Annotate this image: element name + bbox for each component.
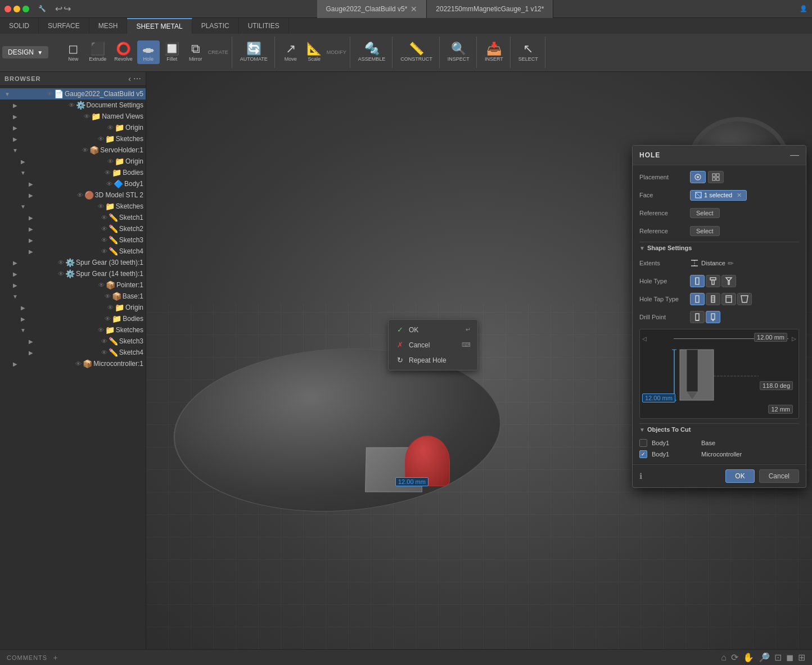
tree-eye-icon-24[interactable]: 👁 [75, 360, 82, 367]
undo-icon[interactable]: ↩ [55, 3, 62, 14]
tree-eye-icon-3[interactable]: 👁 [107, 124, 114, 131]
tree-item-12[interactable]: ▶👁✏️Sketch2 [0, 223, 146, 234]
tree-item-16[interactable]: ▶👁⚙️Spur Gear (14 teeth):1 [0, 268, 146, 279]
tree-item-24[interactable]: ▶👁📦Microcontroller:1 [0, 358, 146, 369]
tab-gauge2022[interactable]: Gauge2022_ClaatBuild v5* ✕ [317, 0, 427, 18]
placement-multi-btn[interactable] [708, 171, 724, 183]
tree-item-18[interactable]: ▼👁📦Base:1 [0, 291, 146, 302]
tree-item-6[interactable]: ▶👁📁Origin [0, 156, 146, 167]
tab-plastic[interactable]: PLASTIC [192, 18, 239, 34]
sidebar-collapse-btn[interactable]: ‹ [128, 74, 131, 83]
tab-surface[interactable]: SURFACE [39, 18, 89, 34]
tree-item-7[interactable]: ▼👁📁Bodies [0, 167, 146, 178]
tree-item-5[interactable]: ▼👁📦ServoHolder:1 [0, 144, 146, 156]
hole-btn[interactable]: 🕳Hole [137, 40, 160, 64]
min-btn[interactable] [13, 6, 20, 12]
tap-type-2-btn[interactable] [706, 293, 720, 305]
tab-utilities[interactable]: UTILITIES [239, 18, 289, 34]
tree-eye-icon-21[interactable]: 👁 [98, 327, 104, 333]
select-btn[interactable]: ↖SELECT [515, 40, 542, 64]
drill-flat-btn[interactable] [690, 311, 705, 323]
inspect-btn[interactable]: 🔍INSPECT [444, 40, 473, 64]
dialog-close-btn[interactable]: — [790, 150, 799, 160]
tree-eye-icon-13[interactable]: 👁 [101, 237, 107, 243]
shape-settings-header[interactable]: ▼ Shape Settings [639, 242, 799, 254]
reference2-select-btn[interactable]: Select [690, 226, 720, 236]
tree-item-11[interactable]: ▶👁✏️Sketch1 [0, 212, 146, 223]
tree-eye-icon-2[interactable]: 👁 [84, 113, 90, 120]
ctx-repeat-hole[interactable]: ↻ Repeat Hole [389, 352, 477, 368]
tree-item-20[interactable]: ▶👁📁Bodies [0, 313, 146, 324]
objects-checkbox-1[interactable] [639, 439, 647, 447]
revolve-btn[interactable]: ⭕Revolve [111, 40, 136, 64]
view-cube-icon[interactable]: ◼ [786, 652, 793, 663]
tab-gauge150[interactable]: 2022150mmMagneticGauge_1 v12* [427, 0, 553, 18]
placement-single-btn[interactable] [690, 171, 706, 183]
close-btn[interactable] [4, 6, 11, 12]
tree-eye-icon-18[interactable]: 👁 [105, 293, 111, 300]
design-dropdown[interactable]: DESIGN ▼ [2, 46, 53, 58]
face-clear-btn[interactable]: ✕ [737, 192, 742, 199]
face-selected-badge[interactable]: 1 selected ✕ [690, 190, 747, 201]
construct-btn[interactable]: 📏CONSTRUCT [397, 40, 436, 64]
tree-item-23[interactable]: ▶👁✏️Sketch4 [0, 347, 146, 358]
extrude-btn[interactable]: ⬛Extrude [85, 40, 110, 64]
info-icon[interactable]: ℹ [639, 472, 642, 481]
tree-item-9[interactable]: ▶👁🟤3D Model STL 2 [0, 189, 146, 201]
tab-gauge2022-close[interactable]: ✕ [410, 4, 417, 13]
drill-angled-btn[interactable] [706, 311, 720, 323]
tree-eye-icon-10[interactable]: 👁 [98, 203, 104, 210]
tree-eye-icon-14[interactable]: 👁 [101, 248, 107, 255]
fillet-btn[interactable]: 🔲Fillet [161, 40, 183, 64]
extents-edit-icon[interactable]: ✏ [728, 259, 734, 268]
hole-type-csink-btn[interactable] [721, 275, 736, 287]
tab-sheetmetal[interactable]: SHEET METAL [127, 18, 192, 34]
comments-add-icon[interactable]: ＋ [52, 653, 60, 662]
insert-btn[interactable]: 📥INSERT [481, 40, 507, 64]
tree-item-22[interactable]: ▶👁✏️Sketch3 [0, 336, 146, 347]
viewport[interactable]: ⚙ 12.00 mm ✓ OK ↵ ✗ Cancel ⌨ ↻ Repeat H [146, 72, 812, 649]
tree-eye-icon-0[interactable]: 👁 [47, 91, 53, 97]
tree-eye-icon-4[interactable]: 👁 [98, 135, 104, 142]
new-component-btn[interactable]: ◻New [62, 40, 84, 64]
tree-eye-icon-20[interactable]: 👁 [105, 315, 111, 322]
nav-zoom-icon[interactable]: 🔎 [759, 652, 770, 663]
tree-eye-icon-22[interactable]: 👁 [101, 338, 107, 345]
sidebar-menu-btn[interactable]: ⋯ [133, 74, 141, 83]
tree-item-15[interactable]: ▶👁⚙️Spur Gear (30 teeth):1 [0, 257, 146, 268]
tree-eye-icon-6[interactable]: 👁 [107, 158, 114, 165]
ctx-ok[interactable]: ✓ OK ↵ [389, 322, 477, 337]
hole-type-simple-btn[interactable] [690, 275, 705, 287]
ok-button[interactable]: OK [725, 469, 754, 483]
tree-eye-icon-9[interactable]: 👁 [77, 192, 83, 198]
objects-to-cut-header[interactable]: ▼ Objects To Cut [639, 423, 799, 435]
nav-home-icon[interactable]: ⌂ [721, 653, 727, 663]
modify-btn2[interactable]: 📐Scale [303, 40, 326, 64]
tree-item-19[interactable]: ▶👁📁Origin [0, 302, 146, 313]
tree-eye-icon-7[interactable]: 👁 [105, 169, 111, 176]
tree-item-3[interactable]: ▶👁📁Origin [0, 122, 146, 133]
tree-item-8[interactable]: ▶👁🔷Body1 [0, 178, 146, 189]
account-icon[interactable]: 👤 [800, 5, 808, 12]
automate-btn[interactable]: 🔄AUTOMATE [237, 40, 271, 64]
tree-item-14[interactable]: ▶👁✏️Sketch4 [0, 246, 146, 257]
tree-item-0[interactable]: ▼👁📄Gauge2022_ClaatBuild v5 [0, 88, 146, 99]
reference1-select-btn[interactable]: Select [690, 208, 720, 218]
nav-pan-icon[interactable]: ✋ [743, 652, 754, 663]
mirror-btn[interactable]: ⧉Mirror [184, 40, 207, 64]
tree-item-21[interactable]: ▼👁📁Sketches [0, 324, 146, 336]
hole-type-cbore-btn[interactable] [706, 275, 720, 287]
ctx-cancel[interactable]: ✗ Cancel ⌨ [389, 337, 477, 352]
tab-solid[interactable]: SOLID [0, 18, 39, 34]
tree-eye-icon-15[interactable]: 👁 [58, 259, 64, 266]
tree-eye-icon-19[interactable]: 👁 [107, 304, 114, 311]
tap-type-1-btn[interactable] [690, 293, 705, 305]
redo-icon[interactable]: ↪ [64, 3, 71, 14]
tree-eye-icon-1[interactable]: 👁 [69, 102, 75, 108]
tree-eye-icon-11[interactable]: 👁 [101, 214, 107, 221]
tree-eye-icon-5[interactable]: 👁 [82, 147, 88, 153]
tree-item-1[interactable]: ▶👁⚙️Document Settings [0, 99, 146, 111]
tap-type-4-btn[interactable] [737, 293, 752, 305]
cancel-button[interactable]: Cancel [759, 469, 799, 483]
tree-eye-icon-16[interactable]: 👁 [58, 270, 64, 277]
